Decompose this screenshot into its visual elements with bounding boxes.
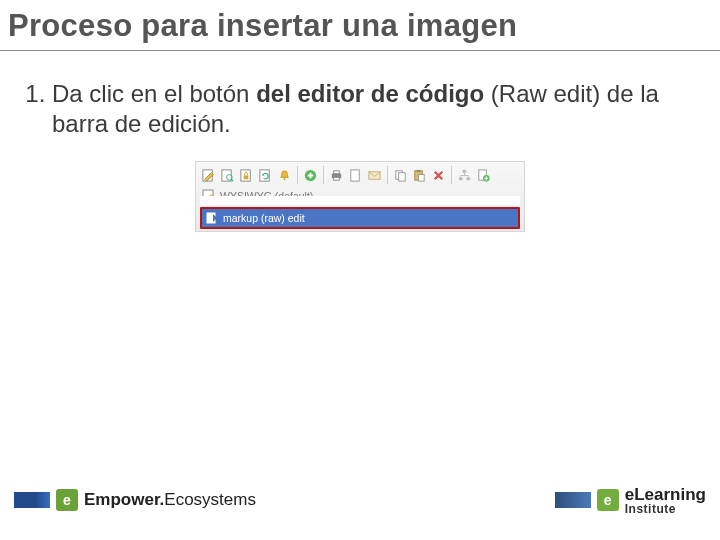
add-icon[interactable] [302, 167, 319, 184]
step-text-pre: Da clic en el botón [52, 80, 256, 107]
brand-right-logo-icon: e [597, 489, 619, 511]
toolbar-row [198, 164, 522, 186]
editor-toolbar: WYSIWYG (default) markup (raw) edit [195, 161, 525, 232]
new-page-icon[interactable] [475, 167, 492, 184]
svg-rect-12 [351, 169, 359, 180]
brand-right-text: eLearning Institute [625, 486, 706, 515]
brand-left: e Empower.Ecosystems [14, 489, 256, 511]
separator [387, 166, 388, 184]
paste-icon[interactable] [411, 167, 428, 184]
svg-rect-24 [203, 190, 213, 202]
print-icon[interactable] [328, 167, 345, 184]
svg-rect-10 [334, 170, 340, 173]
dropdown-item-label: markup (raw) edit [223, 212, 305, 224]
mode-dropdown: WYSIWYG (default) markup (raw) edit [198, 186, 522, 231]
edit-page-icon[interactable] [200, 167, 217, 184]
brand-left-text: Empower.Ecosystems [84, 490, 256, 510]
email-icon[interactable] [366, 167, 383, 184]
copy-icon[interactable] [392, 167, 409, 184]
brand-right: e eLearning Institute [555, 486, 706, 515]
markup-icon [205, 211, 219, 225]
refresh-icon[interactable] [257, 167, 274, 184]
brand-bar-icon [555, 492, 591, 508]
tree-icon[interactable] [456, 167, 473, 184]
svg-rect-21 [466, 177, 470, 180]
footer: e Empower.Ecosystems e eLearning Institu… [0, 480, 720, 520]
wysiwyg-icon [202, 189, 216, 203]
svg-rect-1 [222, 169, 231, 180]
lock-icon[interactable] [238, 167, 255, 184]
dropdown-item-wysiwyg[interactable]: WYSIWYG (default) [200, 187, 520, 205]
brand-left-logo-icon: e [56, 489, 78, 511]
separator [323, 166, 324, 184]
separator [451, 166, 452, 184]
svg-rect-5 [244, 175, 249, 179]
view-icon[interactable] [219, 167, 236, 184]
steps-list: Da clic en el botón del editor de código… [30, 79, 690, 139]
step-text-bold: del editor de código [256, 80, 484, 107]
svg-rect-15 [399, 172, 406, 180]
svg-point-7 [284, 178, 286, 180]
pdf-icon[interactable] [347, 167, 364, 184]
page-title: Proceso para insertar una imagen [0, 0, 720, 51]
svg-rect-18 [419, 174, 425, 181]
svg-rect-11 [334, 177, 340, 180]
svg-rect-17 [417, 169, 421, 171]
dropdown-item-markup-raw[interactable]: markup (raw) edit [200, 207, 520, 229]
delete-icon[interactable] [430, 167, 447, 184]
svg-rect-20 [459, 177, 463, 180]
bell-icon[interactable] [276, 167, 293, 184]
content-body: Da clic en el botón del editor de código… [0, 51, 720, 232]
svg-rect-19 [463, 169, 467, 172]
brand-bar-icon [14, 492, 50, 508]
step-1: Da clic en el botón del editor de código… [52, 79, 690, 139]
dropdown-item-label: WYSIWYG (default) [220, 190, 313, 202]
separator [297, 166, 298, 184]
